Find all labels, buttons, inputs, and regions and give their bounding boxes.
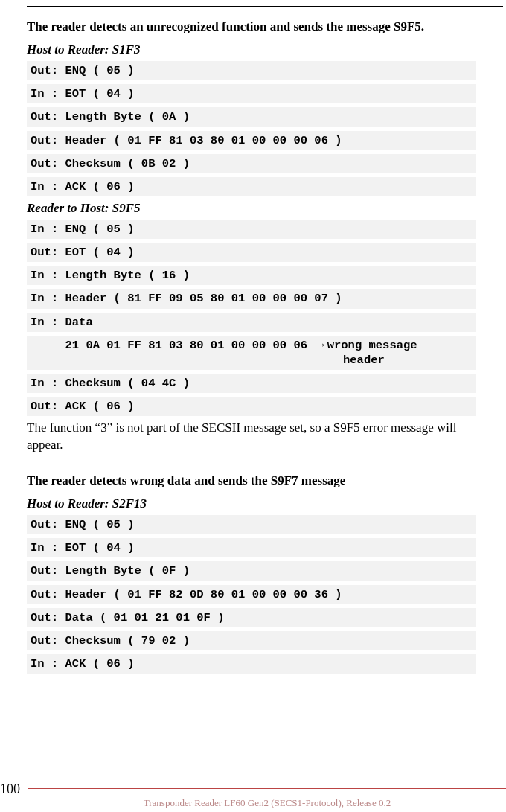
section1-body: The function “3” is not part of the SECS… bbox=[27, 420, 476, 454]
code-line: Out: Header ( 01 FF 82 0D 80 01 00 00 00… bbox=[27, 585, 476, 604]
section1-sub2: Reader to Host: S9F5 bbox=[27, 201, 476, 216]
page-number: 100 bbox=[0, 781, 28, 797]
section1-sub1: Host to Reader: S1F3 bbox=[27, 42, 476, 57]
code-line: Out: Data ( 01 01 21 01 0F ) bbox=[27, 608, 476, 627]
code-line: In : ACK ( 06 ) bbox=[27, 654, 476, 674]
page-footer: 100 Transponder Reader LF60 Gen2 (SECS1-… bbox=[0, 781, 506, 812]
code-line: Out: ENQ ( 05 ) bbox=[27, 61, 476, 80]
section2-sub1: Host to Reader: S2F13 bbox=[27, 496, 476, 511]
hex-data: 21 0A 01 FF 81 03 80 01 00 00 00 06 bbox=[31, 338, 314, 353]
code-line: Out: Checksum ( 0B 02 ) bbox=[27, 154, 476, 173]
arrow-right-icon: → bbox=[317, 338, 324, 353]
code-line: Out: ACK ( 06 ) bbox=[27, 397, 476, 416]
code-line: Out: ENQ ( 05 ) bbox=[27, 515, 476, 534]
annotation-text-line2: header bbox=[31, 353, 473, 368]
code-line: In : Data bbox=[27, 313, 476, 332]
footer-text: Transponder Reader LF60 Gen2 (SECS1-Prot… bbox=[28, 797, 506, 809]
code-line: In : ACK ( 06 ) bbox=[27, 177, 476, 196]
code-line-annotated: 21 0A 01 FF 81 03 80 01 00 00 00 06 → wr… bbox=[27, 336, 476, 370]
page-content: The reader detects an unrecognized funct… bbox=[0, 7, 476, 674]
code-line: Out: Length Byte ( 0A ) bbox=[27, 107, 476, 127]
code-line: In : EOT ( 04 ) bbox=[27, 538, 476, 557]
code-line: Out: EOT ( 04 ) bbox=[27, 243, 476, 262]
code-line: In : Length Byte ( 16 ) bbox=[27, 266, 476, 285]
code-line: In : EOT ( 04 ) bbox=[27, 84, 476, 103]
code-line: Out: Length Byte ( 0F ) bbox=[27, 561, 476, 581]
section1-heading: The reader detects an unrecognized funct… bbox=[27, 19, 476, 35]
annotation-text: wrong message bbox=[327, 338, 417, 353]
section2-heading: The reader detects wrong data and sends … bbox=[27, 473, 476, 489]
code-line: Out: Checksum ( 79 02 ) bbox=[27, 631, 476, 650]
code-line: In : Checksum ( 04 4C ) bbox=[27, 374, 476, 393]
code-line: In : Header ( 81 FF 09 05 80 01 00 00 00… bbox=[27, 289, 476, 308]
code-line: In : ENQ ( 05 ) bbox=[27, 220, 476, 239]
footer-rule bbox=[28, 788, 506, 789]
code-line: Out: Header ( 01 FF 81 03 80 01 00 00 00… bbox=[27, 131, 476, 150]
